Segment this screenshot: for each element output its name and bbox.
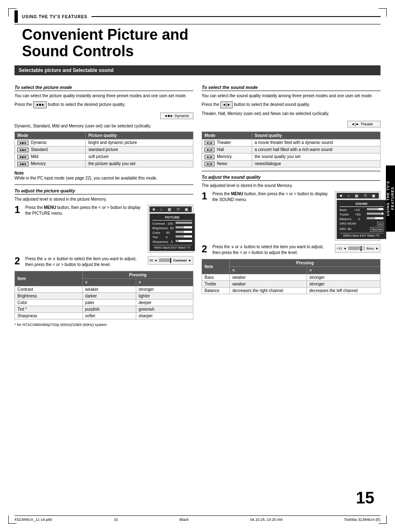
section-box: Selectable picture and Selectable sound (14, 65, 381, 75)
table-row: ◄■► Standard standard picture (15, 146, 193, 153)
pressing-item-header: Item (15, 271, 83, 286)
brightness-less: darker (82, 292, 136, 299)
quality-memory: the picture quality you set (86, 160, 193, 167)
mode-icon-mild: ◄■► (17, 155, 29, 159)
sound-press-instruction: Press the ◄|► button to select the desir… (202, 101, 381, 108)
mode-icon-standard: ◄■► (17, 148, 29, 152)
sound-adjust-title: To adjust the sound quality (202, 175, 381, 181)
main-content: USING THE TV'S FEATURES Convenient Pictu… (14, 10, 381, 327)
sound-table-header-mode: Mode (202, 132, 252, 139)
sound-mode-image: ◄|► Theater (347, 121, 381, 127)
picture-pressing-table: Item Pressing < > Contrast weaker strong… (14, 271, 193, 319)
table-row: Brightness darker lighter (15, 292, 193, 299)
brightness-greater: lighter (136, 292, 193, 299)
footer-color: Black (179, 518, 188, 522)
item-sharpness: Sharpness (15, 312, 83, 319)
picture-mode-table: Mode Picture quality ◄■► Dynamic bright … (14, 132, 193, 168)
section-box-title: Selectable picture and Selectable sound (15, 66, 380, 74)
treble-less: weaker (230, 280, 307, 287)
sound-step2-image: +12 ◄ Bass ► (335, 244, 381, 253)
corner-mark-tl (8, 8, 17, 17)
treble-greater: stronger (307, 280, 381, 287)
left-column: To select the picture mode You can selec… (14, 81, 193, 327)
step2-number: 2 (14, 256, 22, 266)
sound-menu-srs3d: SRS 3DNormal (340, 227, 383, 232)
contrast-greater: stronger (136, 286, 193, 292)
footer-center-right: 04.10.25, 10:25 AM (250, 518, 282, 522)
mode-mild: ◄■► Mild (15, 153, 86, 160)
sound-pressing-greater-header: > (307, 266, 381, 274)
quality-theater: a movie theater filed with a dynamic sou… (252, 139, 380, 146)
right-column: To select the sound mode You can select … (202, 81, 381, 327)
sound-step2-number: 2 (202, 244, 209, 254)
mode-icon-dynamic: ◄■► (17, 141, 29, 145)
table-row: Tint * purplish greenish (15, 306, 193, 312)
sharpness-greater: sharper (136, 312, 193, 319)
picture-step2: 2 Press the ∨ or ∧ button to select the … (14, 256, 193, 268)
page-title-line1: Convenient Picture and (22, 26, 188, 43)
menu-row-brightness: Brightness50 (152, 226, 192, 230)
sound-mode-title: To select the sound mode (202, 85, 381, 91)
sound-menu-srswow: SRS WOWon (340, 221, 383, 227)
sound-pressing-table: Item Pressing < > Bass weaker stronger (202, 259, 381, 294)
balance-greater: decreases the left channel (307, 287, 381, 294)
sound-cycle-text: Theater, Hall, Memory (user-set) and New… (202, 111, 381, 117)
mode-memory-sound: ◄|► Memory (202, 153, 252, 160)
note-title: Note (14, 171, 193, 175)
section-label: USING THE TV'S FEATURES (14, 10, 381, 24)
sharpness-less: softer (82, 312, 136, 319)
menu-row-color: Color50 (152, 230, 192, 235)
quality-mild: soft picture (86, 153, 193, 160)
table-row: Color paler deeper (15, 299, 193, 306)
sound-step1-number: 1 (202, 191, 209, 201)
picture-mode-image: ◄■► Dynamic (160, 113, 193, 119)
bass-less: weaker (230, 274, 307, 280)
pressing-greater-header: > (136, 278, 193, 286)
note-text: While in the PC input mode (see page 22)… (14, 175, 193, 181)
pressing-less-header: < (82, 278, 136, 286)
quality-hall: a concert hall filled with a rich warm s… (252, 146, 380, 153)
item-contrast: Contrast (15, 286, 83, 292)
picture-press-instruction: Press the ◄■► button to select the desir… (14, 101, 193, 108)
item-balance: Balance (202, 287, 230, 294)
sound-step2: 2 Press the ∨ or ∧ button to select the … (202, 244, 381, 256)
contrast-less: weaker (82, 286, 136, 292)
sidebar-tab: USING THE TV'SFEATURES (386, 165, 395, 232)
table-row: ◄■► Dynamic bright and dynamic picture (15, 139, 193, 146)
picture-menu-sim: PICTURE Contrast100 Brightness50 Color50 (149, 213, 195, 251)
table-row: Treble weaker stronger (202, 280, 381, 287)
sound-table-header-quality: Sound quality (252, 132, 380, 139)
sound-menu-balance: Balance0 (340, 217, 383, 221)
menu-row-contrast: Contrast100 (152, 221, 192, 226)
mode-icon-memory-sound: ◄|► (205, 155, 214, 159)
bass-greater: stronger (307, 274, 381, 280)
quality-memory-sound: the sound quality you set (252, 153, 380, 160)
sound-pressing-item-header: Item (202, 259, 230, 274)
two-column-layout: To select the picture mode You can selec… (14, 81, 381, 327)
tint-less: purplish (82, 306, 136, 312)
picture-table-header-mode: Mode (15, 132, 86, 139)
item-tint: Tint * (15, 306, 83, 312)
table-row: ◄|► News news/dialogue (202, 160, 381, 167)
mode-icon-theater: ◄|► (205, 141, 214, 145)
picture-mode-intro: You can select the picture quality insta… (14, 93, 193, 99)
step1-text: Press the MENU button, then press the < … (25, 205, 145, 216)
page-title-line2: Sound Controls (22, 43, 134, 60)
menu-row-tint: Tint0 (152, 235, 192, 240)
item-treble: Treble (202, 280, 230, 287)
table-row: Contrast weaker stronger (15, 286, 193, 292)
footer-right: Toshiba 32JW8UA (E) (344, 518, 381, 522)
sound-mode-icon: ◄|► (351, 122, 359, 126)
table-row: ◄|► Memory the sound quality you set (202, 153, 381, 160)
picture-step1: 1 Press the MENU button, then press the … (14, 205, 193, 253)
item-color: Color (15, 299, 83, 306)
quality-news: news/dialogue (252, 160, 380, 167)
mode-dynamic: ◄■► Dynamic (15, 139, 86, 146)
mode-theater: ◄|► Theater (202, 139, 252, 146)
picture-adjust-title: To adjust the picture quality (14, 188, 193, 194)
mode-memory: ◄■► Memory (15, 160, 86, 167)
item-bass: Bass (202, 274, 230, 280)
sound-step2-text: Press the ∨ or ∧ button to select the it… (212, 244, 332, 256)
pressing-header: Pressing (82, 271, 193, 278)
item-brightness: Brightness (15, 292, 83, 299)
